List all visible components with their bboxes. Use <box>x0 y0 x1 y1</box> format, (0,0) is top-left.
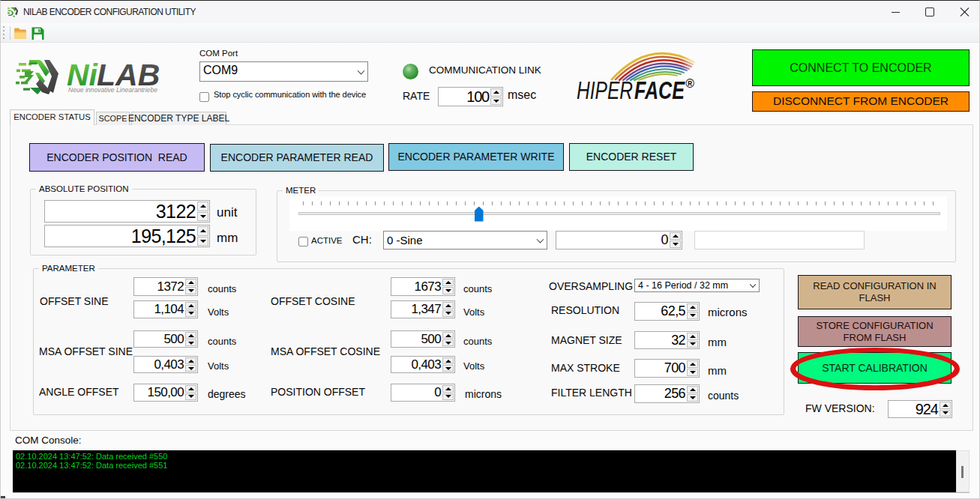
svg-text:Neue innovative Linearantriebe: Neue innovative Linearantriebe <box>68 86 157 94</box>
svg-text:HIPER: HIPER <box>577 76 633 103</box>
svg-text:®: ® <box>685 77 694 90</box>
svg-text:FACE: FACE <box>634 76 685 103</box>
